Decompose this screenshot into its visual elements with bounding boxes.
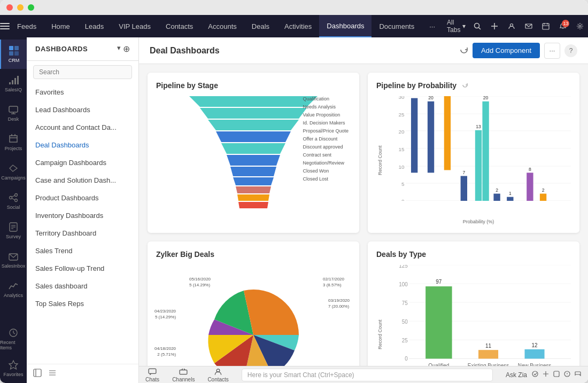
- funnel-label-lost: Closed Lost: [303, 176, 349, 182]
- sidebar-item-salesiq[interactable]: SalesIQ: [0, 69, 27, 98]
- nav-item-product-dashboards[interactable]: Product Dashboards: [27, 189, 138, 207]
- refresh-icon[interactable]: [460, 45, 468, 56]
- svg-rect-116: [478, 350, 498, 358]
- search-icon-btn[interactable]: [470, 19, 485, 34]
- left-nav-add-icon[interactable]: ⊕: [123, 44, 130, 54]
- left-nav-collapse-icon[interactable]: [33, 369, 42, 379]
- sidebar-label-crm: CRM: [9, 58, 20, 63]
- plus-icon-btn[interactable]: [487, 19, 502, 34]
- nav-tab-more[interactable]: ···: [422, 15, 443, 37]
- add-component-button[interactable]: Add Component: [473, 43, 540, 58]
- sidebar-item-crm[interactable]: CRM: [0, 40, 27, 69]
- nav-item-lead-dashboards[interactable]: Lead Dashboards: [27, 101, 138, 119]
- funnel-label-value: Value Proposition: [303, 112, 349, 118]
- svg-rect-9: [543, 24, 549, 29]
- svg-text:97: 97: [436, 279, 442, 285]
- svg-rect-80: [475, 130, 482, 201]
- nav-tab-activities[interactable]: Activities: [277, 15, 319, 37]
- nav-tab-contacts[interactable]: Contacts: [158, 15, 200, 37]
- settings-icon-btn[interactable]: [572, 19, 587, 34]
- nav-item-case-solution[interactable]: Case and Solution Dash...: [27, 171, 138, 189]
- sidebar-item-survey[interactable]: Survey: [0, 216, 27, 245]
- maximize-button[interactable]: [28, 4, 34, 11]
- sidebar-item-social[interactable]: Social: [0, 186, 27, 216]
- more-options-button[interactable]: ···: [544, 43, 560, 59]
- svg-point-128: [532, 371, 538, 377]
- close-button[interactable]: [6, 4, 13, 11]
- chart-refresh-icon[interactable]: [462, 81, 468, 90]
- help-button[interactable]: ?: [564, 44, 577, 57]
- svg-text:Qualified: Qualified: [428, 363, 449, 366]
- left-nav-list-icon[interactable]: [48, 369, 57, 379]
- all-tabs-dropdown[interactable]: All Tabs ▾: [443, 17, 470, 36]
- hamburger-menu[interactable]: [0, 15, 10, 37]
- sidebar-item-favorites[interactable]: Favorites: [0, 354, 27, 383]
- svg-marker-48: [200, 108, 307, 119]
- user-icon-btn[interactable]: [504, 19, 519, 34]
- nav-item-sales-trend[interactable]: Sales Trend: [27, 242, 138, 260]
- sidebar-label-recent: Recent Items: [0, 340, 27, 350]
- zia-icon-3[interactable]: [553, 370, 560, 379]
- nav-item-top-sales-reps[interactable]: Top Sales Reps: [27, 295, 138, 312]
- svg-rect-21: [12, 80, 13, 84]
- nav-tab-feeds[interactable]: Feeds: [10, 15, 44, 37]
- svg-text:10: 10: [399, 164, 405, 170]
- nav-tab-accounts[interactable]: Accounts: [200, 15, 244, 37]
- bottom-tab-contacts[interactable]: Contacts: [207, 368, 228, 382]
- nav-tab-vip-leads[interactable]: VIP Leads: [111, 15, 158, 37]
- nav-tab-documents[interactable]: Documents: [372, 15, 422, 37]
- nav-item-campaign-dashboards[interactable]: Campaign Dashboards: [27, 154, 138, 171]
- svg-text:30: 30: [399, 96, 405, 100]
- nav-item-territory-dashboard[interactable]: Territory Dashboard: [27, 224, 138, 242]
- funnel-chart: Qualification Needs Analysis Value Propo…: [156, 96, 351, 224]
- sidebar-item-analytics[interactable]: Analytics: [0, 275, 27, 304]
- sidebar-item-salesinbox[interactable]: SalesInbox: [0, 245, 27, 275]
- sidebar-item-projects[interactable]: Projects: [0, 128, 27, 157]
- nav-tab-leads[interactable]: Leads: [78, 15, 111, 37]
- sidebar-label-analytics: Analytics: [4, 293, 23, 298]
- content-header: Deal Dashboards Add Component ··· ?: [139, 37, 588, 64]
- nav-item-sales-followup[interactable]: Sales Follow-up Trend: [27, 260, 138, 277]
- search-input[interactable]: [33, 65, 132, 79]
- svg-rect-1: [0, 26, 10, 27]
- left-nav-dropdown-icon[interactable]: ▾: [117, 44, 121, 54]
- zia-icon-4[interactable]: [563, 370, 571, 379]
- nav-item-inventory-dashboards[interactable]: Inventory Dashboards: [27, 207, 138, 224]
- svg-point-132: [567, 374, 567, 375]
- svg-text:New Business: New Business: [518, 363, 552, 366]
- svg-rect-124: [180, 370, 187, 374]
- nav-item-deal-dashboards[interactable]: Deal Dashboards: [27, 136, 138, 154]
- left-nav-search: [27, 61, 138, 83]
- svg-marker-54: [233, 177, 274, 185]
- bar-chart-area: 30 25 20 15 10 5 0: [386, 96, 571, 218]
- zia-icon-1[interactable]: [531, 370, 539, 379]
- nav-item-favorites[interactable]: Favorites: [27, 83, 138, 101]
- svg-text:Existing Business: Existing Business: [468, 363, 509, 366]
- nav-tab-dashboards[interactable]: Dashboards: [319, 15, 372, 37]
- calendar-icon-btn[interactable]: [538, 19, 553, 34]
- mail-icon-btn[interactable]: [521, 19, 536, 34]
- page-title: Deal Dashboards: [150, 46, 451, 56]
- svg-rect-18: [9, 51, 13, 56]
- bottom-tab-chats[interactable]: Chats: [145, 368, 159, 382]
- svg-rect-19: [14, 51, 19, 56]
- sidebar-item-campaigns[interactable]: Campaigns: [0, 157, 27, 186]
- svg-text:13: 13: [476, 124, 481, 129]
- minimize-button[interactable]: [17, 4, 24, 11]
- zia-icon-5[interactable]: [574, 370, 582, 379]
- y-gridlines: 30 25 20 15 10 5 0: [386, 96, 571, 201]
- bottom-tab-channels[interactable]: Channels: [172, 368, 195, 382]
- notification-icon-btn[interactable]: 13: [555, 19, 570, 34]
- nav-item-sales-dashboard[interactable]: Sales dashboard: [27, 277, 138, 295]
- nav-tab-home[interactable]: Home: [44, 15, 78, 37]
- svg-text:20: 20: [483, 96, 489, 100]
- deals-by-type-chart: Record Count: [376, 265, 571, 366]
- nav-item-account-contact[interactable]: Account and Contact Da...: [27, 119, 138, 136]
- sidebar-item-recent[interactable]: Recent Items: [0, 324, 27, 354]
- header-actions: Add Component ··· ?: [460, 43, 577, 59]
- smart-chat-input[interactable]: Here is your Smart Chat (Ctrl+Space): [242, 369, 493, 381]
- zia-icon-2[interactable]: [542, 370, 550, 379]
- funnel-label-offer: Offer a Discount: [303, 136, 349, 142]
- sidebar-item-desk[interactable]: Desk: [0, 98, 27, 128]
- nav-tab-deals[interactable]: Deals: [244, 15, 277, 37]
